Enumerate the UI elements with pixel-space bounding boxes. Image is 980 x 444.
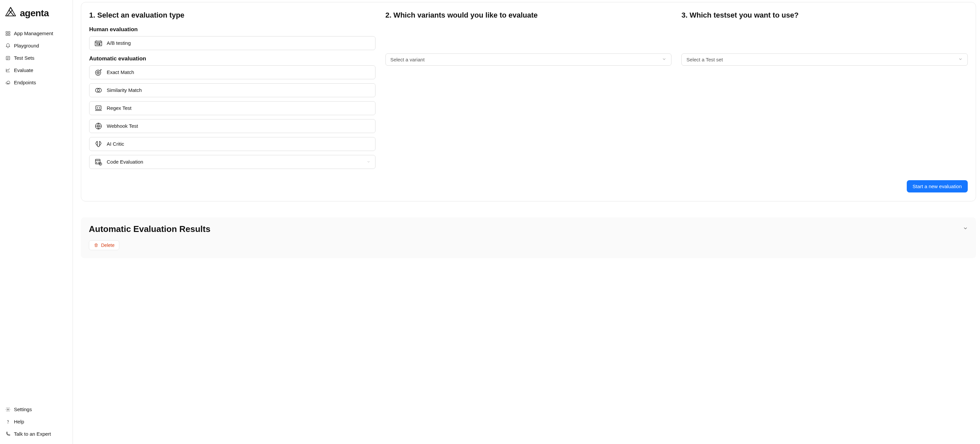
option-ai-critic[interactable]: AI Critic: [89, 137, 375, 151]
sidebar-item-test-sets[interactable]: Test Sets: [3, 52, 70, 64]
step3-column: 3. Which testset you want to use? Select…: [681, 10, 968, 173]
svg-point-5: [7, 409, 9, 410]
option-label: Exact Match: [107, 69, 134, 75]
step2-column: 2. Which variants would you like to eval…: [385, 10, 672, 173]
step3-title: 3. Which testset you want to use?: [681, 10, 968, 20]
option-similarity-match[interactable]: Similarity Match: [89, 83, 375, 97]
sidebar-item-label: Test Sets: [14, 55, 35, 61]
target-icon: [94, 68, 103, 77]
results-title: Automatic Evaluation Results: [89, 224, 210, 234]
step1-column: 1. Select an evaluation type Human evalu…: [89, 10, 375, 173]
option-code-evaluation[interactable]: Code Evaluation: [89, 155, 375, 169]
sidebar-item-label: Settings: [14, 407, 32, 412]
option-exact-match[interactable]: Exact Match: [89, 65, 375, 79]
sidebar-item-app-management[interactable]: App Management: [3, 27, 70, 40]
logo: agenta: [3, 4, 70, 27]
results-section: Automatic Evaluation Results Delete: [81, 217, 976, 258]
chevron-down-icon: [958, 57, 963, 62]
ab-icon: [94, 39, 103, 48]
question-icon: [5, 419, 11, 425]
start-evaluation-button[interactable]: Start a new evaluation: [907, 180, 968, 192]
sidebar-item-evaluate[interactable]: Evaluate: [3, 64, 70, 76]
code-laptop-icon: [94, 104, 103, 112]
sidebar-item-label: Talk to an Expert: [14, 431, 51, 437]
option-label: Similarity Match: [107, 87, 142, 93]
sidebar-item-label: Help: [14, 419, 24, 425]
testset-select[interactable]: Select a Test set: [681, 53, 968, 66]
list-icon: [5, 56, 11, 61]
option-webhook-test[interactable]: Webhook Test: [89, 119, 375, 133]
code-eval-icon: [94, 158, 103, 166]
sidebar-item-talk-expert[interactable]: Talk to an Expert: [3, 428, 70, 440]
delete-button[interactable]: Delete: [89, 240, 119, 250]
option-label: A/B testing: [107, 40, 131, 46]
svg-rect-13: [96, 106, 101, 110]
logo-icon: [4, 6, 17, 21]
nav-top: App Management Playground Test Sets Eval…: [3, 27, 70, 403]
chevron-down-icon: [366, 159, 371, 165]
sidebar-item-label: App Management: [14, 30, 53, 36]
gear-icon: [5, 407, 11, 412]
svg-rect-1: [8, 32, 10, 33]
option-label: AI Critic: [107, 141, 124, 147]
chevron-down-icon: [662, 57, 667, 62]
step1-title: 1. Select an evaluation type: [89, 10, 375, 20]
human-eval-heading: Human evaluation: [89, 26, 375, 33]
sidebar-item-help[interactable]: Help: [3, 415, 70, 428]
bell-icon: [5, 43, 11, 48]
overlap-icon: [94, 86, 103, 94]
brain-icon: [94, 140, 103, 149]
chevron-down-icon[interactable]: [963, 226, 968, 232]
select-placeholder: Select a Test set: [686, 57, 723, 62]
svg-rect-0: [6, 32, 8, 33]
button-label: Start a new evaluation: [913, 184, 962, 189]
sidebar-item-settings[interactable]: Settings: [3, 403, 70, 415]
svg-point-6: [8, 423, 8, 423]
svg-rect-2: [6, 34, 8, 35]
grid-icon: [5, 31, 11, 36]
cloud-icon: [5, 80, 11, 85]
chart-icon: [5, 68, 11, 73]
select-placeholder: Select a variant: [390, 57, 425, 62]
sidebar: agenta App Management Playground Test Se…: [0, 0, 73, 444]
svg-rect-3: [8, 34, 10, 35]
sidebar-item-label: Evaluate: [14, 67, 33, 73]
button-label: Delete: [101, 243, 115, 248]
sidebar-item-label: Endpoints: [14, 80, 36, 85]
svg-rect-7: [95, 41, 102, 46]
option-label: Webhook Test: [107, 123, 138, 129]
phone-icon: [5, 431, 11, 437]
variant-select[interactable]: Select a variant: [385, 53, 672, 66]
trash-icon: [94, 243, 99, 248]
step2-title: 2. Which variants would you like to eval…: [385, 10, 672, 20]
globe-icon: [94, 122, 103, 130]
brand-name: agenta: [20, 8, 49, 19]
sidebar-item-label: Playground: [14, 43, 39, 48]
sidebar-item-playground[interactable]: Playground: [3, 40, 70, 52]
option-label: Regex Test: [107, 105, 132, 111]
option-ab-testing[interactable]: A/B testing: [89, 36, 375, 50]
option-label: Code Evaluation: [107, 159, 143, 165]
nav-bottom: Settings Help Talk to an Expert: [3, 403, 70, 440]
sidebar-item-endpoints[interactable]: Endpoints: [3, 76, 70, 89]
evaluation-config-card: 1. Select an evaluation type Human evalu…: [81, 2, 976, 201]
svg-point-10: [98, 72, 99, 73]
option-regex-test[interactable]: Regex Test: [89, 101, 375, 115]
auto-eval-heading: Automatic evaluation: [89, 56, 375, 62]
main-content: 1. Select an evaluation type Human evalu…: [73, 0, 980, 444]
